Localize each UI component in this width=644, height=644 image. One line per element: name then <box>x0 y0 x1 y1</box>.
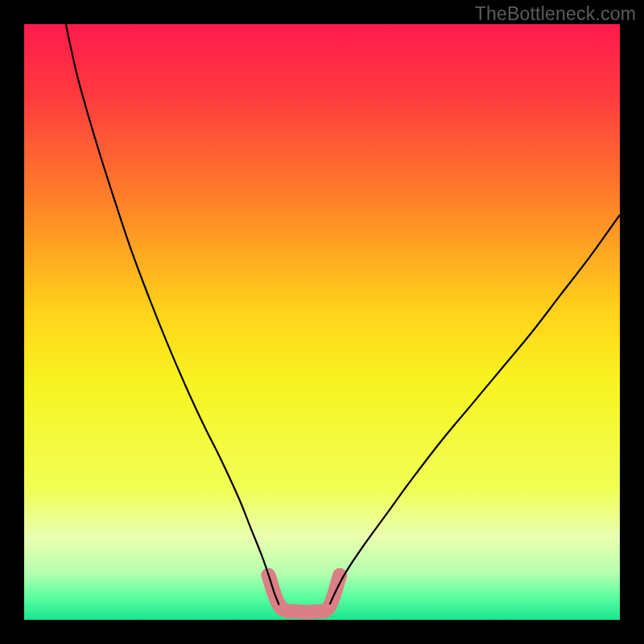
chart-svg <box>24 24 620 620</box>
watermark-text: TheBottleneck.com <box>475 3 636 25</box>
chart-frame: TheBottleneck.com <box>0 0 644 644</box>
gradient-background <box>24 24 620 620</box>
plot-area <box>24 24 620 620</box>
